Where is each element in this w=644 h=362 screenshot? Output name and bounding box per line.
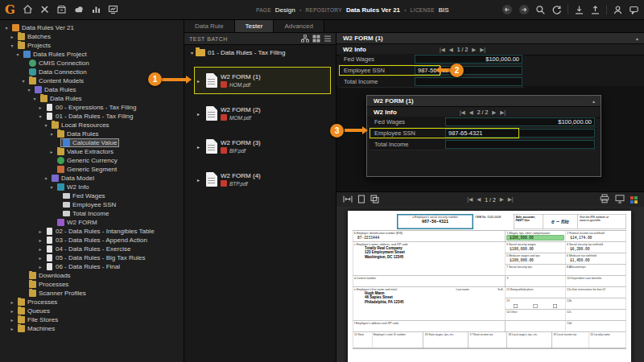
document-title-bar[interactable]: W2 FORM (1) ▴ xyxy=(336,33,644,44)
tree-node[interactable]: W2 Info xyxy=(55,183,92,191)
expander-icon[interactable]: ▸ xyxy=(9,326,15,331)
expander-icon[interactable]: ▾ xyxy=(43,175,49,181)
expander-icon[interactable]: ▾ xyxy=(31,96,38,101)
tree-node[interactable]: Scanner Profiles xyxy=(27,289,89,298)
first-page-button[interactable] xyxy=(460,109,465,116)
tree-node[interactable]: Machines xyxy=(15,324,57,333)
collapse-icon[interactable]: ▴ xyxy=(636,35,638,41)
tree-node[interactable]: 00 - Expressions - Tax Filing xyxy=(43,103,138,112)
tree-node[interactable]: File Stores xyxy=(15,315,60,324)
tree-item[interactable]: ▾ W2 Info xyxy=(0,183,184,191)
tree-item[interactable]: Calculate Value xyxy=(0,138,184,147)
next-page-button[interactable] xyxy=(472,47,476,53)
batch-document[interactable]: W2 FORM (2) MOM.pdf xyxy=(194,100,331,127)
tree-node[interactable]: Calculate Value xyxy=(60,138,119,147)
thumbnail-view-icon[interactable] xyxy=(312,31,320,46)
w2-document-page[interactable]: a Employee's social security number 987-… xyxy=(348,211,631,362)
dashboard-icon[interactable] xyxy=(108,4,118,14)
field-value[interactable]: 987-56-4321 xyxy=(415,66,522,75)
export-icon[interactable] xyxy=(590,5,601,15)
tree-node[interactable]: Generic Currency xyxy=(55,156,120,165)
expander-icon[interactable]: ▸ xyxy=(9,317,15,323)
expander-icon[interactable] xyxy=(197,111,203,117)
tree-node[interactable]: Total Income xyxy=(60,209,111,218)
expander-icon[interactable]: ▾ xyxy=(48,131,55,137)
expander-icon[interactable]: ▸ xyxy=(37,264,43,269)
tree-item[interactable]: ▸ 04 - Data Rules - Exercise xyxy=(0,245,184,253)
expander-icon[interactable]: ▸ xyxy=(48,149,55,154)
document-title-bar[interactable]: W2 FORM (1) ▴ xyxy=(367,96,601,107)
tree-item[interactable]: ▸ 00 - Expressions - Tax Filing xyxy=(0,103,184,112)
tree-item[interactable]: ▸ 05 - Data Rules - Big Tax Rules xyxy=(0,253,184,262)
field-row[interactable]: Employee SSN 987-56-4321 xyxy=(339,65,524,76)
tree-item[interactable]: Downloads xyxy=(0,271,184,280)
tree-item[interactable]: ▾ Data Rules xyxy=(0,94,184,103)
field-row[interactable]: Employee SSN 987-65-4321 xyxy=(369,128,597,139)
batch-box-icon[interactable] xyxy=(56,4,67,14)
tree-item[interactable]: ▸ Processes xyxy=(0,298,184,306)
field-value[interactable] xyxy=(445,140,595,149)
tree-node[interactable]: Data Rules Project xyxy=(21,50,89,59)
tree-item[interactable]: Generic Currency xyxy=(0,156,184,165)
expander-icon[interactable]: ▸ xyxy=(37,255,43,261)
tree-item[interactable]: W2 FORM xyxy=(0,218,184,227)
tools-icon[interactable] xyxy=(39,4,50,14)
list-view-icon[interactable] xyxy=(324,31,332,46)
search-icon[interactable] xyxy=(535,5,546,15)
first-page-button[interactable] xyxy=(440,47,445,53)
expander-icon[interactable]: ▾ xyxy=(191,50,193,56)
tree-node[interactable]: Data Connection xyxy=(27,68,89,76)
expander-icon[interactable]: ▸ xyxy=(9,308,15,314)
last-page-button[interactable] xyxy=(500,109,506,116)
import-icon[interactable] xyxy=(574,5,584,15)
expander-icon[interactable] xyxy=(197,177,203,183)
tree-node[interactable]: Data Rules xyxy=(38,94,85,103)
field-row[interactable]: Total Income xyxy=(339,76,524,88)
tree-node[interactable]: Generic Segment xyxy=(55,165,119,174)
tree-node[interactable]: Queues xyxy=(15,306,52,315)
tree-node[interactable]: Data Rules xyxy=(32,85,79,94)
tree-item[interactable]: ▾ Projects xyxy=(0,41,184,50)
tree-item[interactable]: ▸ Batches xyxy=(0,32,184,41)
undo-icon[interactable] xyxy=(502,4,513,15)
field-value[interactable] xyxy=(415,77,522,86)
tree-node[interactable]: 03 - Data Rules - Append Action xyxy=(43,236,150,245)
last-page-button[interactable] xyxy=(508,196,514,203)
single-page-icon[interactable] xyxy=(357,195,365,205)
expander-icon[interactable]: ▾ xyxy=(3,25,10,31)
next-page-button[interactable] xyxy=(492,109,496,116)
tree-node[interactable]: Local Resources xyxy=(49,121,112,130)
color-channels-icon[interactable] xyxy=(630,196,638,204)
redo-icon[interactable] xyxy=(518,4,530,15)
expander-icon[interactable]: ▾ xyxy=(43,122,49,128)
first-page-button[interactable] xyxy=(468,196,473,203)
print-icon[interactable] xyxy=(600,192,609,207)
tree-node[interactable]: CMIS Connection xyxy=(27,59,92,68)
expander-icon[interactable]: ▸ xyxy=(9,299,15,305)
expander-icon[interactable]: ▸ xyxy=(9,34,15,39)
expander-icon[interactable]: ▾ xyxy=(48,184,55,190)
tree-node[interactable]: 01 - Data Rules - Tax Filing xyxy=(43,112,135,121)
expander-icon[interactable] xyxy=(197,144,203,150)
home-icon[interactable] xyxy=(23,4,33,14)
tree-node[interactable]: Data Model xyxy=(49,174,97,183)
field-value[interactable]: $100,000.00 xyxy=(445,117,595,126)
stats-chart-icon[interactable] xyxy=(91,4,101,14)
tree-node[interactable]: Data Rules Ver 21 xyxy=(10,23,76,32)
tree-item[interactable]: ▾ Data Model xyxy=(0,174,184,183)
tree-item[interactable]: Generic Segment xyxy=(0,165,184,174)
tree-item[interactable]: ▸ 06 - Data Rules - Final xyxy=(0,262,184,271)
tree-node[interactable]: Batches xyxy=(15,32,53,41)
tree-node[interactable]: 06 - Data Rules - Final xyxy=(43,262,122,271)
tree-node[interactable]: Content Models xyxy=(27,76,86,85)
tree-item[interactable]: ▸ Queues xyxy=(0,306,184,315)
field-value[interactable]: $100,000.00 xyxy=(415,55,522,64)
tree-node[interactable]: Data Rules xyxy=(55,130,101,138)
prev-page-button[interactable] xyxy=(477,196,481,203)
field-value[interactable]: 987-65-4321 xyxy=(445,129,595,138)
tree-node[interactable]: Processes xyxy=(15,298,60,306)
expander-icon[interactable]: ▾ xyxy=(9,43,15,48)
tree-node[interactable]: W2 FORM xyxy=(55,218,100,227)
tree-item[interactable]: ▸ 03 - Data Rules - Append Action xyxy=(0,236,184,245)
batch-document[interactable]: W2 FORM (1) HOM.pdf xyxy=(194,67,331,94)
